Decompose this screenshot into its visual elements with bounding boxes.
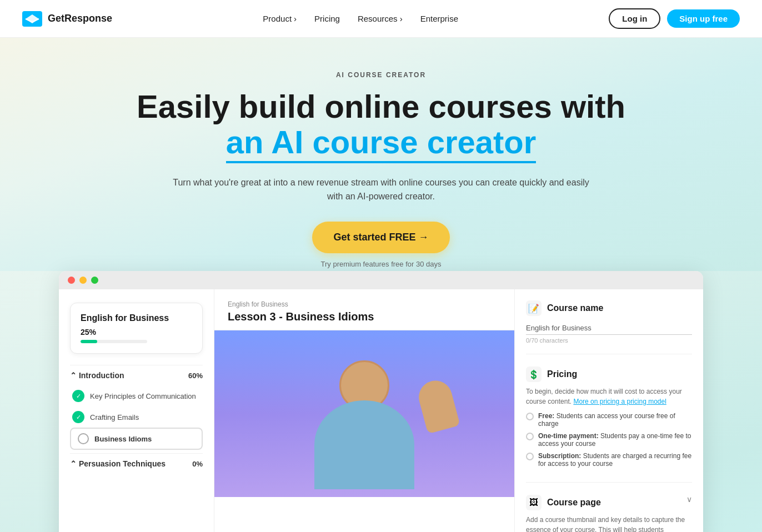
nav-pricing[interactable]: Pricing [314, 14, 340, 23]
course-page-icon: 🖼 [526, 495, 542, 510]
lesson-header: English for Business Lesson 3 - Business… [214, 289, 514, 330]
chevron-down-icon: › [294, 14, 297, 23]
module-header-introduction[interactable]: ⌃ Introduction 60% [70, 365, 203, 385]
pricing-title: Pricing [547, 369, 577, 379]
lesson-video [214, 330, 514, 497]
nav-enterprise[interactable]: Enterprise [420, 14, 458, 23]
nav-resources[interactable]: Resources › [358, 14, 403, 23]
nav-actions: Log in Sign up free [609, 8, 740, 29]
signup-button[interactable]: Sign up free [667, 9, 740, 28]
radio-one-time[interactable] [526, 433, 534, 440]
course-name-icon: 📝 [526, 300, 542, 316]
getresponse-logo-icon [22, 11, 42, 27]
module-introduction: ⌃ Introduction 60% ✓ Key Principles of C… [70, 365, 203, 450]
course-name-title: Course name [547, 303, 603, 313]
demo-right-panel: 📝 Course name 0/70 characters 💲 [514, 289, 703, 532]
lesson-course-name: English for Business [228, 300, 501, 308]
pricing-option-one-time: One-time payment: Students pay a one-tim… [526, 432, 692, 448]
window-close-dot [68, 277, 75, 284]
course-card: English for Business 25% [70, 303, 203, 354]
pricing-desc: To begin, decide how much it will cost t… [526, 387, 692, 406]
demo-titlebar [59, 271, 703, 289]
pricing-link[interactable]: More on pricing a pricing model [573, 398, 666, 405]
course-page-chevron[interactable]: ∨ [686, 495, 692, 504]
demo-window: English for Business 25% ⌃ Introduction … [59, 271, 703, 532]
logo-text: GetResponse [48, 13, 112, 24]
hero-section: AI COURSE CREATOR Easily build online co… [0, 38, 762, 271]
progress-bar-background [81, 340, 147, 343]
window-maximize-dot [91, 277, 98, 284]
radio-free[interactable] [526, 413, 534, 420]
hero-subtitle: Turn what you're great at into a new rev… [164, 175, 598, 204]
course-page-title: Course page [547, 498, 601, 508]
lesson-item-business-idioms-active[interactable]: Business Idioms [70, 428, 203, 450]
settings-course-page: 🖼 Course page ∨ Add a course thumbnail a… [526, 495, 692, 532]
logo[interactable]: GetResponse [22, 11, 112, 27]
nav-product[interactable]: Product › [263, 14, 297, 23]
login-button[interactable]: Log in [609, 8, 660, 29]
course-card-title: English for Business [81, 313, 192, 323]
course-progress-pct: 25% [81, 328, 192, 337]
hero-trial-note: Try premium features free for 30 days [22, 260, 740, 268]
lesson-item-principles: ✓ Key Principles of Communication [70, 385, 203, 406]
lesson-item-emails: ✓ Crafting Emails [70, 406, 203, 428]
hero-eyebrow: AI COURSE CREATOR [22, 71, 740, 79]
window-minimize-dot [79, 277, 87, 284]
lesson-check-done-2: ✓ [72, 411, 84, 423]
demo-left-panel: English for Business 25% ⌃ Introduction … [59, 289, 214, 532]
pricing-icon: 💲 [526, 367, 542, 382]
hero-title-line1: Easily build online courses with [137, 88, 625, 124]
chevron-down-icon: › [400, 14, 403, 23]
course-page-desc: Add a course thumbnail and key details t… [526, 515, 692, 532]
demo-center-panel: English for Business Lesson 3 - Business… [214, 289, 514, 532]
lesson-title: Lesson 3 - Business Idioms [228, 310, 501, 323]
cta-button[interactable]: Get started FREE → [312, 222, 449, 253]
pricing-option-subscription: Subscription: Students are charged a rec… [526, 452, 692, 468]
settings-course-name: 📝 Course name 0/70 characters [526, 300, 692, 354]
progress-bar-fill [81, 340, 97, 343]
lesson-check-done: ✓ [72, 390, 84, 402]
demo-wrapper: English for Business 25% ⌃ Introduction … [0, 271, 762, 532]
settings-pricing: 💲 Pricing To begin, decide how much it w… [526, 367, 692, 483]
navbar: GetResponse Product › Pricing Resources … [0, 0, 762, 38]
hero-title: Easily build online courses with an AI c… [22, 89, 740, 163]
radio-subscription[interactable] [526, 453, 534, 460]
module-header-persuasion[interactable]: ⌃ Persuasion Techniques 0% [70, 453, 203, 474]
hero-title-line2: an AI course creator [226, 124, 537, 163]
pricing-option-free: Free: Students can access your course fr… [526, 412, 692, 428]
lesson-progress-circle [78, 433, 89, 444]
nav-links: Product › Pricing Resources › Enterprise [263, 14, 458, 23]
person-figure [214, 330, 514, 497]
demo-body: English for Business 25% ⌃ Introduction … [59, 289, 703, 532]
module-persuasion: ⌃ Persuasion Techniques 0% [70, 453, 203, 474]
course-name-chars: 0/70 characters [526, 337, 692, 344]
course-name-input[interactable] [526, 322, 692, 335]
person-body [314, 400, 414, 489]
video-person-bg [214, 330, 514, 497]
person-hand [415, 377, 460, 434]
